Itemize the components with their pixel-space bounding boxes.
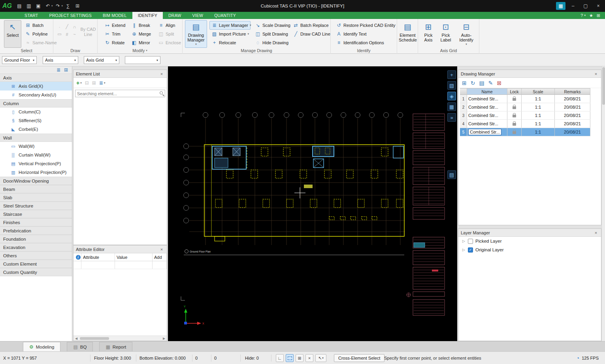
same-name-select-button[interactable]: ≈Same-Name [23,38,52,47]
add-element-icon[interactable]: + [76,80,79,86]
add-drawing-icon[interactable]: ⊞ [462,80,467,86]
scale-drawing-button[interactable]: ↘Scale Drawing [253,21,289,30]
draw-rect-icon[interactable]: ▭ [56,30,63,38]
ribbon-tab[interactable]: QUANTITY [209,12,241,19]
sidebar-item[interactable]: Slab [0,193,72,202]
rotate-button[interactable]: ↻Rotate [102,38,127,47]
pick-label-button[interactable]: ⊡ Pick Label [438,20,454,48]
attribute-editor-hscrollbar[interactable]: ◀ ▶ [74,336,167,341]
layer-checkbox[interactable] [468,239,473,244]
close-icon[interactable]: × [159,247,164,252]
save-icon[interactable]: ▣ [34,2,43,10]
hide-drawing-button[interactable]: ◌Hide Drawing [253,38,289,47]
layer-row[interactable]: ▷ Original Layer [458,245,601,254]
pan-icon[interactable]: + [447,70,456,79]
drawing-row[interactable]: 2 Combined Str... 1:1 20/08/21 [460,103,590,111]
image-tool-icon[interactable]: ▧ [447,81,456,90]
ribbon-tab[interactable]: START [19,12,43,19]
layer-checkbox[interactable] [468,247,473,253]
rename-drawing-icon[interactable]: ✎ [488,80,493,86]
close-icon[interactable]: × [593,72,599,76]
identification-options-button[interactable]: ≡Identification Options [334,38,396,47]
drawing-manager-button[interactable]: ▤ Drawing Manager ▾ [185,20,207,48]
sidebar-item[interactable]: Prefabrication [0,226,72,235]
split-button[interactable]: ◫Split [156,30,181,38]
drawing-row[interactable]: 3 Combined Str... 1:1 20/08/21 [460,111,590,120]
draw-arc-icon[interactable]: ∩ [71,23,78,30]
clear-selection-icon[interactable]: × [305,354,313,362]
sidebar-item[interactable]: ▒ Curtain Wall(W) [0,151,72,159]
draw-cad-line-button[interactable]: ╱Draw CAD Line [291,30,330,38]
layers-filter-icon[interactable]: ≣ [99,80,103,86]
display-tool-icon[interactable]: ▦ [447,102,456,111]
sidebar-item[interactable]: Foundation [0,235,72,243]
delete-element-icon[interactable]: ⊟ [85,80,89,86]
help-icon[interactable]: ? [580,13,583,18]
scale-column-header[interactable]: Scale [522,89,555,94]
drawing-name[interactable]: Combined Str... [468,113,498,118]
group-label-modify[interactable]: Modify▾ [98,47,182,53]
sidebar-item[interactable]: ▥ Horizontal Projection(P) [0,168,72,177]
sidebar-item[interactable]: ▭ Wall(W) [0,142,72,151]
lock-icon[interactable] [513,131,516,134]
remove-drawing-icon[interactable]: ⊠ [497,80,501,86]
drawing-row[interactable]: 1 Combined Str... 1:1 20/08/21 [460,95,590,103]
sum-icon[interactable]: ∑ [64,2,72,10]
sidebar-item[interactable]: ▯ Column(C) [0,108,72,116]
export-drawing-icon[interactable]: ▤ [479,80,484,86]
name-column-header[interactable]: Name [467,89,507,94]
extra-select[interactable]: ▾ [125,56,160,64]
cad-canvas[interactable]: Ground Floor Plan Y X + ▧ ◈ ▦ [168,66,457,341]
sidebar-item[interactable]: Others [0,251,72,260]
schedule-tool-icon[interactable]: ▤ [447,170,456,179]
draw-point-icon[interactable]: ∙ [56,23,63,30]
drawing-name[interactable]: Combined Str... [468,121,498,126]
sidebar-item[interactable]: Custom Quantity [0,268,72,276]
drawing-row[interactable]: 5 Combined Str... 1:1 20/08/21 [460,128,590,136]
screen-share-icon[interactable]: ▦ [556,2,565,10]
close-button[interactable]: × [593,2,603,10]
table-icon[interactable]: ⊞ [73,2,82,10]
batch-select-button[interactable]: ⊞Batch [23,21,52,30]
add-caret-icon[interactable]: ▾ [80,81,82,85]
bookmark-icon[interactable]: ★ [589,13,593,18]
remarks-column-header[interactable]: Remarks [555,89,590,94]
select-mode[interactable]: Cross-Element Select [334,352,384,364]
undo-caret-icon[interactable]: ▾ [51,4,53,8]
drawing-name[interactable]: Combined Str... [468,105,498,109]
ribbon-tab[interactable]: PROJECT SETTINGS [43,12,97,19]
expand-caret-icon[interactable]: ▷ [462,248,466,252]
drawing-row[interactable]: 4 Combined Str... 1:1 20/08/21 [460,120,590,128]
merge-button[interactable]: ⊕Merge [129,30,154,38]
collapse-icon[interactable]: » [447,113,456,122]
restore-picked-cad-button[interactable]: ↺Restore Picked CAD Entity [334,21,396,30]
sidebar-item[interactable]: Wall [0,134,72,142]
list-view-icon[interactable]: ≣ [57,67,60,73]
sidebar-item[interactable]: Custom Element [0,260,72,268]
view-tab[interactable]: ⚙ Modeling [23,342,60,351]
snap-icon[interactable]: ⊞ [296,354,303,362]
mirror-button[interactable]: ◧Mirror [129,38,154,47]
lock-icon[interactable] [513,98,516,101]
close-icon[interactable]: × [159,72,164,76]
pick-axis-button[interactable]: ⊞ Pick Axis [420,20,436,48]
element-type-select[interactable]: Axis Grid▾ [84,56,119,64]
break-button[interactable]: ∥Break [129,21,154,30]
view-tab[interactable]: ▤ BQ [67,342,93,351]
close-icon[interactable]: × [593,230,599,235]
lock-icon[interactable] [513,106,516,109]
sync-drawing-icon[interactable]: ↻ [471,80,475,86]
polyline-select-button[interactable]: ✎Polyline [23,30,52,38]
sidebar-item[interactable]: # Secondary Axis(U) [0,91,72,99]
open-doc-icon[interactable]: ▥ [25,2,33,10]
panel-view-icon[interactable]: ⊞ [64,67,68,73]
sidebar-item[interactable]: ⊞ Axis Grid(X) [0,82,72,91]
layer-manager-button[interactable]: ≣Layer Manager▾ [209,21,251,30]
drawing-name[interactable]: Combined Str... [468,129,501,135]
category-select[interactable]: Axis▾ [43,56,78,64]
draw-line-icon[interactable]: ╱ [63,23,71,30]
split-drawing-button[interactable]: ◫Split Drawing [253,30,289,38]
trim-button[interactable]: ✂Trim [102,30,127,38]
lock-icon[interactable] [513,115,516,117]
drawing-name[interactable]: Combined Str... [468,96,498,101]
